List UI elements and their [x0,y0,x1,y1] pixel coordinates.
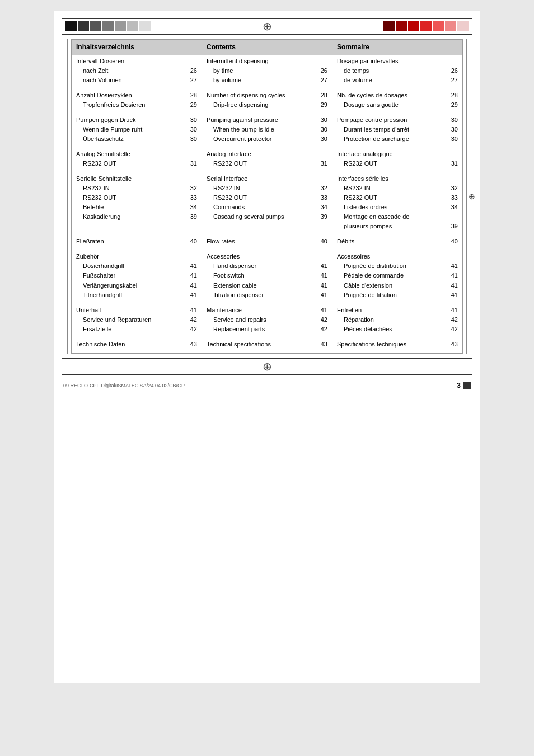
table-row: plusieurs pompes39 [72,222,463,231]
table-row-spacer [72,334,463,339]
table-row: Verlängerungskabel41Extension cable41Câb… [72,281,463,290]
right-crosshair: ⊕ [469,192,475,201]
table-row: Technische Daten43Technical specificatio… [72,339,463,349]
table-row: Kaskadierung39Cascading several pumps39M… [72,212,463,222]
page-number-block [463,382,471,389]
table-row-spacer [72,246,463,251]
table-row-spacer [72,168,463,173]
table-row: nach Volumen27by volume27de volume27 [72,76,463,85]
table-row: Anzahl Dosierzyklen28Number of dispensin… [72,90,463,100]
table-row-spacer [72,144,463,148]
table-row: Überlastschutz30Overcurrent protector30P… [72,134,463,144]
table-row: Wenn die Pumpe ruht30When the pump is id… [72,125,463,134]
table-row: Fließraten40Flow rates40Débits40 [72,236,463,246]
table-row: Titrierhandgriff41Titration dispenser41P… [72,290,463,300]
col2-header: Contents [202,40,332,55]
table-row: Ersatzteile42Replacement parts42Pièces d… [72,325,463,334]
bottom-crosshair: ⊕ [263,360,272,373]
table-row: Intervall-DosierenIntermittent dispensin… [72,55,463,66]
page-number: 3 [457,382,461,389]
table-row: Service und Reparaturen42Service and rep… [72,315,463,325]
table-row: nach Zeit26by time26de temps26 [72,66,463,76]
table-row: Analog SchnittstelleAnalog interfaceInte… [72,148,463,159]
table-row: Befehle34Commands34Liste des ordres34 [72,203,463,212]
table-row: RS232 OUT31RS232 OUT31RS232 OUT31 [72,159,463,168]
table-row: Fußschalter41Foot switch41Pédale de comm… [72,271,463,280]
table-row: Pumpen gegen Druck30Pumping against pres… [72,114,463,125]
table-row: Tropfenfreies Dosieren29Drip-free dispen… [72,100,463,110]
table-row-spacer [72,349,463,354]
table-row: Unterhalt41Maintenance41Entretien41 [72,304,463,315]
col1-header: Inhaltsverzeichnis [72,40,202,55]
table-row: RS232 OUT33RS232 OUT33RS232 OUT33 [72,193,463,203]
footer-text: 09 REGLO-CPF Digital/ISMATEC SA/24.04.02… [63,383,185,388]
table-row-spacer [72,300,463,304]
table-row: RS232 IN32RS232 IN32RS232 IN32 [72,184,463,193]
top-crosshair: ⊕ [263,20,272,33]
table-row-spacer [72,85,463,90]
table-row: Dosierhandgriff41Hand dispenser41Poignée… [72,261,463,271]
page-number-area: 3 [457,382,471,389]
col3-header: Sommaire [332,40,463,55]
table-row-spacer [72,231,463,236]
table-row-spacer [72,110,463,114]
table-row: ZubehörAccessoriesAccessoires [72,251,463,261]
table-row: Serielle SchnittstelleSerial interfaceIn… [72,173,463,184]
